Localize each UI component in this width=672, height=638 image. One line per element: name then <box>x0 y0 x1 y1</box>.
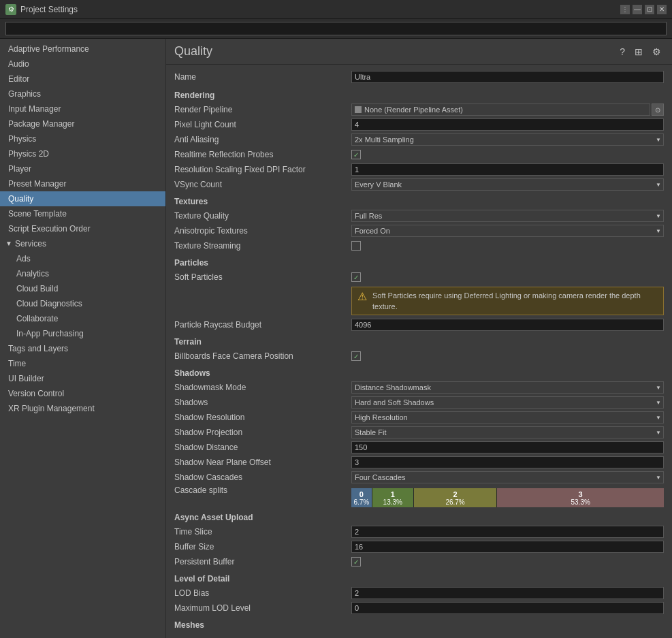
texture-quality-label: Texture Quality <box>174 211 351 221</box>
name-label: Name <box>174 72 351 82</box>
vsync-count-select[interactable]: Every V Blank Don't Sync Every Second V … <box>351 178 664 191</box>
help-button[interactable]: ? <box>617 45 628 59</box>
cascade-1-num: 1 <box>391 490 395 498</box>
particle-raycast-budget-input[interactable] <box>351 319 664 331</box>
shadow-projection-select[interactable]: Stable Fit Close Fit <box>351 426 664 438</box>
name-row: Name <box>174 70 664 84</box>
shadow-resolution-select[interactable]: High Resolution Low Resolution Medium Re… <box>351 411 664 424</box>
sidebar-item-physics[interactable]: Physics <box>0 131 165 146</box>
minimize-button[interactable]: — <box>633 5 642 14</box>
shadow-projection-select-wrapper[interactable]: Stable Fit Close Fit <box>351 426 664 438</box>
sidebar-item-time[interactable]: Time <box>0 356 165 371</box>
sidebar-item-quality[interactable]: Quality <box>0 191 165 206</box>
close-button[interactable]: ✕ <box>657 5 667 14</box>
time-slice-input[interactable] <box>351 526 664 538</box>
services-arrow: ▼ <box>5 238 12 250</box>
shadowmask-mode-select[interactable]: Distance Shadowmask Shadowmask <box>351 381 664 394</box>
cascade-3-pct: 53.3% <box>571 498 590 506</box>
shadowmask-mode-row: Shadowmask Mode Distance Shadowmask Shad… <box>174 381 664 394</box>
cascade-2-pct: 26.7% <box>445 498 464 506</box>
anti-aliasing-select-wrapper[interactable]: 2x Multi Sampling Disabled 4x Multi Samp… <box>351 133 664 146</box>
shadow-near-plane-offset-input[interactable] <box>351 456 664 468</box>
billboards-checkbox[interactable]: ✓ <box>351 351 361 361</box>
title-bar-controls: ⋮ — ⊡ ✕ <box>620 5 667 14</box>
realtime-reflection-probes-row: Realtime Reflection Probes ✓ <box>174 148 664 161</box>
sidebar-item-ui-builder[interactable]: UI Builder <box>0 371 165 386</box>
vsync-count-select-wrapper[interactable]: Every V Blank Don't Sync Every Second V … <box>351 178 664 191</box>
cascade-segment-3[interactable]: 3 53.3% <box>497 488 664 507</box>
sidebar-item-analytics[interactable]: Analytics <box>0 266 165 281</box>
soft-particles-checkbox[interactable]: ✓ <box>351 272 361 282</box>
name-input[interactable] <box>351 71 664 83</box>
sidebar-item-adaptive-performance[interactable]: Adaptive Performance <box>0 42 165 57</box>
content-scroll: Name Rendering Render Pipeline None (Ren… <box>166 65 672 629</box>
sidebar-item-tags-and-layers[interactable]: Tags and Layers <box>0 341 165 356</box>
sidebar-item-in-app-purchasing[interactable]: In-App Purchasing <box>0 326 165 341</box>
sidebar-item-cloud-build[interactable]: Cloud Build <box>0 281 165 296</box>
sidebar-item-player[interactable]: Player <box>0 161 165 176</box>
shadow-resolution-row: Shadow Resolution High Resolution Low Re… <box>174 411 664 424</box>
terrain-heading: Terrain <box>174 337 664 347</box>
buffer-size-input[interactable] <box>351 541 664 553</box>
particle-raycast-budget-row: Particle Raycast Budget <box>174 318 664 332</box>
cascade-segment-2[interactable]: 2 26.7% <box>414 488 498 507</box>
app-icon: ⚙ <box>5 4 16 15</box>
more-button[interactable]: ⋮ <box>620 5 630 14</box>
sidebar-item-scene-template[interactable]: Scene Template <box>0 206 165 221</box>
sidebar-item-script-execution-order[interactable]: Script Execution Order <box>0 221 165 236</box>
render-pipeline-value: None (Render Pipeline Asset) <box>364 106 463 114</box>
max-lod-level-input[interactable] <box>351 602 664 614</box>
maximize-button[interactable]: ⊡ <box>645 5 654 14</box>
anti-aliasing-label: Anti Aliasing <box>174 135 351 144</box>
anisotropic-textures-select-wrapper[interactable]: Forced On Disabled Per Texture <box>351 225 664 237</box>
cascade-segment-0[interactable]: 0 6.7% <box>351 488 372 507</box>
search-input[interactable] <box>5 22 667 35</box>
realtime-reflection-probes-checkbox[interactable]: ✓ <box>351 150 361 159</box>
cascade-bar[interactable]: 0 6.7% 1 13.3% 2 26.7% 3 <box>351 488 664 507</box>
sidebar-item-xr-plugin-management[interactable]: XR Plugin Management <box>0 401 165 416</box>
sidebar-item-input-manager[interactable]: Input Manager <box>0 101 165 116</box>
texture-quality-select-wrapper[interactable]: Full Res Half Res Quarter Res Eighth Res <box>351 210 664 222</box>
sidebar-item-cloud-diagnostics[interactable]: Cloud Diagnostics <box>0 296 165 311</box>
sidebar-item-audio[interactable]: Audio <box>0 57 165 71</box>
buffer-size-label: Buffer Size <box>174 542 351 552</box>
shadow-cascades-select[interactable]: Four Cascades No Cascades Two Cascades <box>351 471 664 483</box>
shadow-cascades-select-wrapper[interactable]: Four Cascades No Cascades Two Cascades <box>351 471 664 483</box>
pixel-light-count-input[interactable] <box>351 118 664 131</box>
sidebar-item-ads[interactable]: Ads <box>0 251 165 266</box>
persistent-buffer-checkbox[interactable]: ✓ <box>351 557 361 567</box>
shadow-cascades-label: Shadow Cascades <box>174 473 351 482</box>
sidebar-services-label: Services <box>15 238 46 250</box>
shadow-resolution-select-wrapper[interactable]: High Resolution Low Resolution Medium Re… <box>351 411 664 424</box>
shadows-select-wrapper[interactable]: Hard and Soft Shadows Hard Shadows Only … <box>351 396 664 409</box>
sidebar: Adaptive Performance Audio Editor Graphi… <box>0 39 166 638</box>
sidebar-item-editor[interactable]: Editor <box>0 71 165 86</box>
header-icons: ? ⊞ ⚙ <box>617 45 664 59</box>
settings-icon-button[interactable]: ⚙ <box>650 45 664 59</box>
sidebar-item-version-control[interactable]: Version Control <box>0 386 165 401</box>
shadow-distance-input[interactable] <box>351 441 664 453</box>
shadows-select[interactable]: Hard and Soft Shadows Hard Shadows Only … <box>351 396 664 409</box>
cascade-1-pct: 13.3% <box>383 498 402 506</box>
sidebar-item-graphics[interactable]: Graphics <box>0 86 165 101</box>
anisotropic-textures-select[interactable]: Forced On Disabled Per Texture <box>351 225 664 237</box>
render-pipeline-select-btn[interactable]: ⊙ <box>652 103 664 116</box>
sidebar-item-services[interactable]: ▼ Services <box>0 236 165 251</box>
cascade-segment-1[interactable]: 1 13.3% <box>372 488 414 507</box>
lod-bias-input[interactable] <box>351 587 664 599</box>
sidebar-item-physics-2d[interactable]: Physics 2D <box>0 146 165 161</box>
texture-streaming-checkbox[interactable] <box>351 241 361 251</box>
title-bar: ⚙ Project Settings ⋮ — ⊡ ✕ <box>0 0 672 19</box>
cascade-splits-row: Cascade splits 0 6.7% 1 13.3% 2 <box>174 485 664 507</box>
sidebar-item-collaborate[interactable]: Collaborate <box>0 311 165 326</box>
buffer-size-row: Buffer Size <box>174 540 664 554</box>
texture-quality-select[interactable]: Full Res Half Res Quarter Res Eighth Res <box>351 210 664 222</box>
shadow-projection-row: Shadow Projection Stable Fit Close Fit <box>174 426 664 439</box>
resolution-scaling-input[interactable] <box>351 163 664 176</box>
sidebar-item-preset-manager[interactable]: Preset Manager <box>0 176 165 191</box>
max-lod-level-row: Maximum LOD Level <box>174 601 664 615</box>
anti-aliasing-select[interactable]: 2x Multi Sampling Disabled 4x Multi Samp… <box>351 133 664 146</box>
sidebar-item-package-manager[interactable]: Package Manager <box>0 116 165 131</box>
layout-button[interactable]: ⊞ <box>632 45 645 59</box>
shadowmask-mode-select-wrapper[interactable]: Distance Shadowmask Shadowmask <box>351 381 664 394</box>
